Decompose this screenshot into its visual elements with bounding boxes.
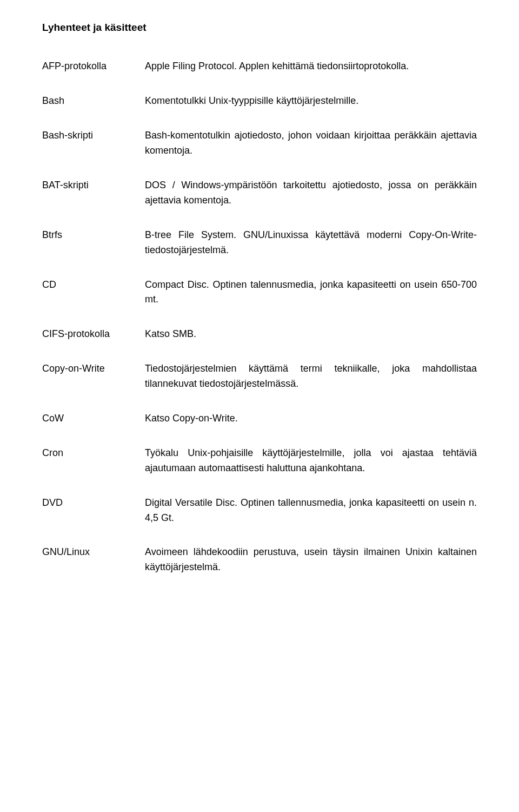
glossary-entry: DVDDigital Versatile Disc. Optinen talle… <box>42 496 477 526</box>
glossary-term: Btrfs <box>42 228 139 243</box>
page-title: Lyhenteet ja käsitteet <box>42 19 477 35</box>
glossary-definition: Katso SMB. <box>145 327 477 342</box>
glossary-term: GNU/Linux <box>42 545 139 560</box>
glossary-term: Bash-skripti <box>42 128 139 143</box>
glossary-entry: Copy-on-WriteTiedostojärjestelmien käytt… <box>42 361 477 392</box>
glossary-entry: BAT-skriptiDOS / Windows-ympäristöön tar… <box>42 178 477 208</box>
glossary-entry: BashKomentotulkki Unix-tyyppisille käytt… <box>42 94 477 109</box>
glossary-definition: Työkalu Unix-pohjaisille käyttöjärjestel… <box>145 446 477 476</box>
glossary-term: CoW <box>42 411 139 426</box>
glossary-definition: Tiedostojärjestelmien käyttämä termi tek… <box>145 361 477 392</box>
glossary-definition: Bash-komentotulkin ajotiedosto, johon vo… <box>145 128 477 159</box>
glossary-definition: DOS / Windows-ympäristöön tarkoitettu aj… <box>145 178 477 208</box>
glossary-entry: AFP-protokollaApple Filing Protocol. App… <box>42 59 477 74</box>
glossary-definition: Katso Copy-on-Write. <box>145 411 477 426</box>
glossary-term: AFP-protokolla <box>42 59 139 74</box>
glossary-entry: CoWKatso Copy-on-Write. <box>42 411 477 426</box>
glossary-definition: Avoimeen lähdekoodiin perustuva, usein t… <box>145 545 477 575</box>
glossary-entry: CDCompact Disc. Optinen talennusmedia, j… <box>42 278 477 308</box>
glossary-term: BAT-skripti <box>42 178 139 193</box>
glossary-definition: B-tree File System. GNU/Linuxissa käytet… <box>145 228 477 258</box>
glossary-term: Bash <box>42 94 139 109</box>
glossary-term: Cron <box>42 446 139 461</box>
glossary-definition: Komentotulkki Unix-tyyppisille käyttöjär… <box>145 94 477 109</box>
glossary-term: CIFS-protokolla <box>42 327 139 342</box>
glossary-entry: CronTyökalu Unix-pohjaisille käyttöjärje… <box>42 446 477 476</box>
glossary-term: Copy-on-Write <box>42 361 139 377</box>
glossary-entry: Bash-skriptiBash-komentotulkin ajotiedos… <box>42 128 477 159</box>
glossary-entry: BtrfsB-tree File System. GNU/Linuxissa k… <box>42 228 477 258</box>
glossary-list: AFP-protokollaApple Filing Protocol. App… <box>42 59 477 575</box>
glossary-definition: Digital Versatile Disc. Optinen tallennu… <box>145 496 477 526</box>
glossary-definition: Compact Disc. Optinen talennusmedia, jon… <box>145 278 477 308</box>
glossary-entry: CIFS-protokollaKatso SMB. <box>42 327 477 342</box>
glossary-definition: Apple Filing Protocol. Applen kehittämä … <box>145 59 477 74</box>
glossary-entry: GNU/LinuxAvoimeen lähdekoodiin perustuva… <box>42 545 477 575</box>
glossary-term: DVD <box>42 496 139 511</box>
glossary-term: CD <box>42 278 139 293</box>
